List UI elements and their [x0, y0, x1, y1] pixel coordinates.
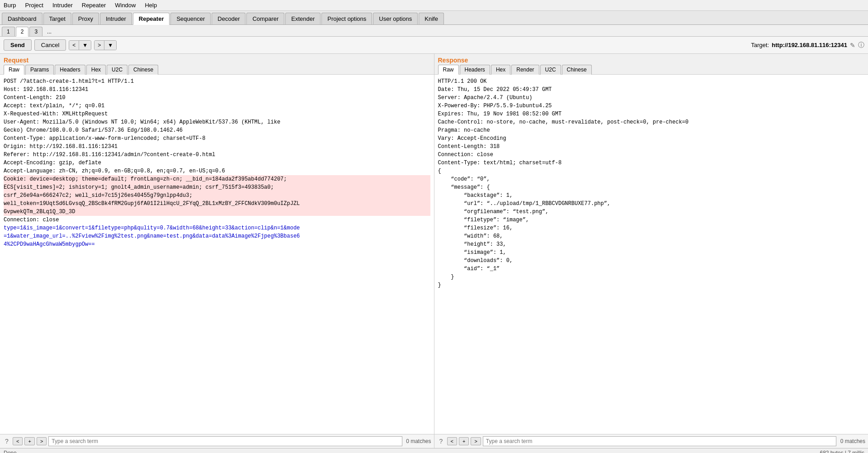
request-search-input[interactable] [48, 436, 402, 446]
tab-decoder[interactable]: Decoder [212, 13, 245, 24]
target-url: http://192.168.81.116:12341 [772, 42, 847, 48]
forward-nav-group: > ▼ [94, 40, 117, 50]
nav-back-dropdown[interactable]: ▼ [79, 41, 91, 50]
edit-target-button[interactable]: ✎ [850, 42, 855, 49]
status-right: 682 bytes | 7 millis [820, 450, 865, 453]
target-info: Target: http://192.168.81.116:12341 ✎ ⓘ [751, 41, 864, 49]
toolbar: Send Cancel < ▼ > ▼ Target: http://192.1… [0, 37, 868, 54]
response-tabs: Raw Headers Hex Render U2C Chinese [434, 65, 868, 75]
tab-user-options[interactable]: User options [373, 13, 418, 24]
content-area: Request Raw Params Headers Hex U2C Chine… [0, 54, 868, 448]
menu-burp[interactable]: Burp [2, 1, 18, 10]
repeater-tab-3[interactable]: 3 [29, 27, 42, 36]
menu-help[interactable]: Help [143, 1, 159, 10]
repeater-tab-1[interactable]: 1 [2, 27, 15, 36]
tab-knife[interactable]: Knife [419, 13, 444, 24]
response-search-add[interactable]: + [459, 437, 469, 445]
tab-extender[interactable]: Extender [285, 13, 321, 24]
request-search-add[interactable]: + [24, 437, 34, 445]
nav-back-button[interactable]: < [69, 41, 79, 50]
repeater-tab-2[interactable]: 2 [16, 27, 29, 37]
request-tab-raw[interactable]: Raw [4, 65, 24, 75]
repeater-tab-bar: 1 2 3 ... [0, 25, 868, 37]
cancel-button[interactable]: Cancel [34, 39, 66, 51]
request-tab-headers[interactable]: Headers [55, 65, 85, 75]
tab-project-options[interactable]: Project options [321, 13, 372, 24]
menu-bar: Burp Project Intruder Repeater Window He… [0, 0, 868, 11]
tab-intruder[interactable]: Intruder [100, 13, 132, 24]
tab-comparer[interactable]: Comparer [246, 13, 284, 24]
response-content[interactable]: HTTP/1.1 200 OKDate: Thu, 15 Dec 2022 05… [434, 75, 868, 434]
response-tab-headers[interactable]: Headers [460, 65, 490, 75]
main-tab-bar: Dashboard Target Proxy Intruder Repeater… [0, 11, 868, 25]
menu-window[interactable]: Window [113, 1, 137, 10]
response-search-bar: ? < + > 0 matches [434, 434, 868, 448]
response-tab-render[interactable]: Render [511, 65, 539, 75]
status-left: Done [4, 450, 17, 453]
response-tab-hex[interactable]: Hex [491, 65, 510, 75]
target-label: Target: [751, 42, 769, 48]
help-target-button[interactable]: ⓘ [858, 41, 864, 49]
response-tab-chinese[interactable]: Chinese [562, 65, 592, 75]
menu-repeater[interactable]: Repeater [80, 1, 108, 10]
request-tab-hex[interactable]: Hex [86, 65, 106, 75]
request-search-bar: ? < + > 0 matches [0, 434, 434, 448]
tab-repeater[interactable]: Repeater [133, 13, 170, 25]
back-nav-group: < ▼ [69, 40, 91, 50]
response-search-help-icon[interactable]: ? [437, 438, 445, 445]
response-tab-raw[interactable]: Raw [438, 65, 459, 75]
response-panel: Response Raw Headers Hex Render U2C Chin… [434, 54, 868, 448]
repeater-tab-more[interactable]: ... [43, 27, 55, 36]
request-tab-chinese[interactable]: Chinese [128, 65, 158, 75]
response-search-input[interactable] [483, 436, 836, 446]
request-tab-params[interactable]: Params [25, 65, 54, 75]
request-search-next[interactable]: > [37, 437, 47, 445]
request-panel: Request Raw Params Headers Hex U2C Chine… [0, 54, 434, 448]
status-bar: Done 682 bytes | 7 millis [0, 448, 868, 453]
nav-forward-button[interactable]: > [94, 41, 104, 50]
response-search-prev[interactable]: < [447, 437, 457, 445]
request-content[interactable]: POST /?attach-create-1.html?t=1 HTTP/1.1… [0, 75, 434, 434]
request-title: Request [0, 54, 434, 65]
response-search-matches: 0 matches [838, 438, 865, 444]
response-title: Response [434, 54, 868, 65]
nav-forward-dropdown[interactable]: ▼ [104, 41, 116, 50]
request-search-prev[interactable]: < [13, 437, 23, 445]
tab-proxy[interactable]: Proxy [72, 13, 99, 24]
tab-dashboard[interactable]: Dashboard [2, 13, 42, 24]
response-search-next[interactable]: > [471, 437, 481, 445]
request-tabs: Raw Params Headers Hex U2C Chinese [0, 65, 434, 75]
send-button[interactable]: Send [4, 39, 32, 51]
request-tab-u2c[interactable]: U2C [107, 65, 127, 75]
request-search-help-icon[interactable]: ? [3, 438, 11, 445]
response-tab-u2c[interactable]: U2C [540, 65, 561, 75]
tab-target[interactable]: Target [43, 13, 71, 24]
menu-intruder[interactable]: Intruder [51, 1, 75, 10]
tab-sequencer[interactable]: Sequencer [170, 13, 211, 24]
menu-project[interactable]: Project [23, 1, 45, 10]
request-search-matches: 0 matches [404, 438, 431, 444]
